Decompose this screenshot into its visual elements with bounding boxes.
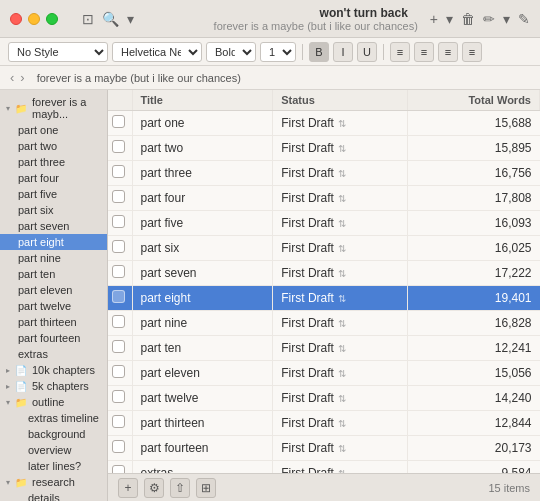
table-row[interactable]: part thirteenFirst Draft⇅12,844 — [108, 411, 540, 436]
sidebar-item-part-one[interactable]: part one — [0, 122, 107, 138]
sidebar-item-part-eight[interactable]: part eight — [0, 234, 107, 250]
row-checkbox[interactable] — [112, 415, 125, 428]
sidebar-child-later-lines?[interactable]: later lines? — [0, 458, 107, 474]
style-select[interactable]: No Style — [8, 42, 108, 62]
table-row[interactable]: part sevenFirst Draft⇅17,222 — [108, 261, 540, 286]
share-button[interactable]: ⇧ — [170, 478, 190, 498]
sidebar-item-part-fourteen[interactable]: part fourteen — [0, 330, 107, 346]
compose-icon[interactable]: ✎ — [518, 11, 530, 27]
sidebar-item-part-thirteen[interactable]: part thirteen — [0, 314, 107, 330]
status-arrows[interactable]: ⇅ — [338, 268, 346, 279]
status-arrows[interactable]: ⇅ — [338, 243, 346, 254]
status-arrows[interactable]: ⇅ — [338, 343, 346, 354]
sidebar-root[interactable]: ▾ 📁 forever is a mayb... — [0, 94, 107, 122]
col-status[interactable]: Status — [273, 90, 408, 111]
table-row[interactable]: part elevenFirst Draft⇅15,056 — [108, 361, 540, 386]
table-row[interactable]: part fiveFirst Draft⇅16,093 — [108, 211, 540, 236]
status-arrows[interactable]: ⇅ — [338, 168, 346, 179]
table-row[interactable]: part nineFirst Draft⇅16,828 — [108, 311, 540, 336]
table-row[interactable]: part fourteenFirst Draft⇅20,173 — [108, 436, 540, 461]
maximize-button[interactable] — [46, 13, 58, 25]
back-button[interactable]: ‹ — [8, 70, 16, 85]
row-checkbox[interactable] — [112, 440, 125, 453]
row-checkbox[interactable] — [112, 465, 125, 473]
sidebar-toggle-icon[interactable]: ⊡ — [82, 11, 94, 27]
sidebar-item-part-ten[interactable]: part ten — [0, 266, 107, 282]
row-checkbox[interactable] — [112, 215, 125, 228]
sidebar-group-5k-chapters[interactable]: ▸📄5k chapters — [0, 378, 107, 394]
align-justify-button[interactable]: ≡ — [462, 42, 482, 62]
row-checkbox[interactable] — [112, 265, 125, 278]
search-icon[interactable]: 🔍 — [102, 11, 119, 27]
table-row[interactable]: part sixFirst Draft⇅16,025 — [108, 236, 540, 261]
col-words[interactable]: Total Words — [408, 90, 540, 111]
table-row[interactable]: part eightFirst Draft⇅19,401 — [108, 286, 540, 311]
forward-button[interactable]: › — [18, 70, 26, 85]
table-row[interactable]: part twoFirst Draft⇅15,895 — [108, 136, 540, 161]
sidebar-child-details[interactable]: details — [0, 490, 107, 501]
weight-select[interactable]: Bold — [206, 42, 256, 62]
add-item-button[interactable]: + — [118, 478, 138, 498]
status-arrows[interactable]: ⇅ — [338, 293, 346, 304]
table-row[interactable]: part oneFirst Draft⇅15,688 — [108, 111, 540, 136]
row-checkbox[interactable] — [112, 115, 125, 128]
font-select[interactable]: Helvetica Neue — [112, 42, 202, 62]
table-row[interactable]: part threeFirst Draft⇅16,756 — [108, 161, 540, 186]
col-title[interactable]: Title — [132, 90, 273, 111]
align-left-button[interactable]: ≡ — [390, 42, 410, 62]
add-dropdown-icon[interactable]: ▾ — [446, 11, 453, 27]
align-center-button[interactable]: ≡ — [414, 42, 434, 62]
size-select[interactable]: 12 — [260, 42, 296, 62]
sidebar-item-part-two[interactable]: part two — [0, 138, 107, 154]
sidebar-group-10k-chapters[interactable]: ▸📄10k chapters — [0, 362, 107, 378]
sidebar-group-outline[interactable]: ▾📁outline — [0, 394, 107, 410]
row-checkbox[interactable] — [112, 365, 125, 378]
add-icon[interactable]: + — [430, 11, 438, 27]
sidebar-item-part-three[interactable]: part three — [0, 154, 107, 170]
status-arrows[interactable]: ⇅ — [338, 443, 346, 454]
status-arrows[interactable]: ⇅ — [338, 143, 346, 154]
sidebar-item-part-five[interactable]: part five — [0, 186, 107, 202]
table-row[interactable]: part twelveFirst Draft⇅14,240 — [108, 386, 540, 411]
sidebar-item-extras[interactable]: extras — [0, 346, 107, 362]
sidebar-child-background[interactable]: background — [0, 426, 107, 442]
status-arrows[interactable]: ⇅ — [338, 193, 346, 204]
table-row[interactable]: part tenFirst Draft⇅12,241 — [108, 336, 540, 361]
row-checkbox[interactable] — [112, 290, 125, 303]
sidebar-item-part-eleven[interactable]: part eleven — [0, 282, 107, 298]
row-checkbox[interactable] — [112, 390, 125, 403]
italic-button[interactable]: I — [333, 42, 353, 62]
format-dropdown-icon[interactable]: ▾ — [503, 11, 510, 27]
format-icon[interactable]: ✏ — [483, 11, 495, 27]
status-arrows[interactable]: ⇅ — [338, 393, 346, 404]
table-row[interactable]: part fourFirst Draft⇅17,808 — [108, 186, 540, 211]
row-checkbox[interactable] — [112, 140, 125, 153]
underline-button[interactable]: U — [357, 42, 377, 62]
status-arrows[interactable]: ⇅ — [338, 318, 346, 329]
sidebar-item-part-four[interactable]: part four — [0, 170, 107, 186]
row-checkbox[interactable] — [112, 340, 125, 353]
search-dropdown-icon[interactable]: ▾ — [127, 11, 134, 27]
table-container[interactable]: Title Status Total Words part oneFirst D… — [108, 90, 540, 473]
sidebar-item-part-seven[interactable]: part seven — [0, 218, 107, 234]
status-arrows[interactable]: ⇅ — [338, 418, 346, 429]
sidebar-item-part-twelve[interactable]: part twelve — [0, 298, 107, 314]
bold-button[interactable]: B — [309, 42, 329, 62]
sidebar-group-research[interactable]: ▾📁research — [0, 474, 107, 490]
close-button[interactable] — [10, 13, 22, 25]
table-row[interactable]: extrasFirst Draft⇅9,584 — [108, 461, 540, 474]
delete-icon[interactable]: 🗑 — [461, 11, 475, 27]
status-arrows[interactable]: ⇅ — [338, 368, 346, 379]
status-arrows[interactable]: ⇅ — [338, 118, 346, 129]
sidebar-item-part-nine[interactable]: part nine — [0, 250, 107, 266]
view-button[interactable]: ⊞ — [196, 478, 216, 498]
sidebar-child-extras-timeline[interactable]: extras timeline — [0, 410, 107, 426]
minimize-button[interactable] — [28, 13, 40, 25]
status-arrows[interactable]: ⇅ — [338, 218, 346, 229]
row-checkbox[interactable] — [112, 190, 125, 203]
row-checkbox[interactable] — [112, 315, 125, 328]
row-checkbox[interactable] — [112, 165, 125, 178]
align-right-button[interactable]: ≡ — [438, 42, 458, 62]
sidebar-child-overview[interactable]: overview — [0, 442, 107, 458]
sidebar-item-part-six[interactable]: part six — [0, 202, 107, 218]
